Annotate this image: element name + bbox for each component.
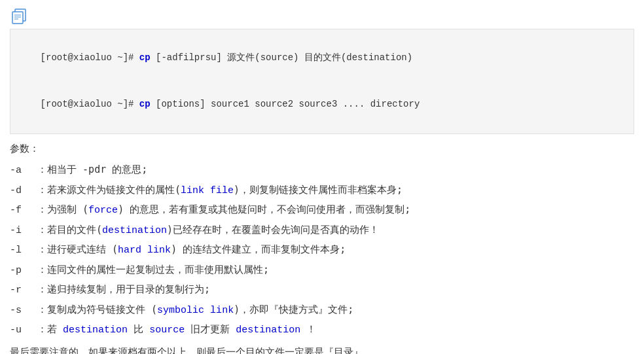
param-key-s: -s: [10, 305, 22, 316]
params-section: -a ：相当于 -pdr 的意思; -d ：若来源文件为链接文件的属性(link…: [10, 160, 634, 340]
code-source-u: source: [149, 325, 185, 336]
param-key-r: -r: [10, 285, 22, 296]
copy-icon-top[interactable]: [10, 7, 28, 25]
param-key-i: -i: [10, 225, 22, 236]
code-link: link file: [181, 185, 234, 196]
param-desc-a: ：相当于 -pdr 的意思;: [27, 164, 147, 175]
cmd-rest-1: [-adfilprsu] 源文件(source) 目的文件(destinatio…: [151, 52, 412, 63]
cmd-1: cp: [139, 52, 151, 63]
code-hardlink: hard link: [118, 245, 171, 256]
cmd-rest-2: [options] source1 source2 source3 .... d…: [151, 99, 420, 109]
param-u: -u ：若 destination 比 source 旧才更新 destinat…: [10, 320, 634, 340]
param-desc-d: ：若来源文件为链接文件的属性(link file)，则复制链接文件属性而非档案本…: [27, 184, 402, 196]
terminal-line-1: [root@xiaoluo ~]# cp [-adfilprsu] 源文件(so…: [18, 35, 626, 81]
code-destination-i: destination: [102, 225, 167, 236]
param-p: -p ：连同文件的属性一起复制过去，而非使用默认属性;: [10, 260, 634, 281]
prompt-2: [root@xiaoluo ~]#: [41, 99, 139, 109]
param-key-u: -u: [10, 325, 22, 336]
param-desc-l: ：进行硬式连结 (hard link) 的连结文件建立，而非复制文件本身;: [27, 243, 346, 255]
param-key-a: -a: [10, 165, 22, 176]
note: 最后需要注意的，如果来源档有两个以上，则最后一个目的文件一定要是『目录』: [10, 343, 634, 354]
param-desc-r: ：递归持续复制，用于目录的复制行为;: [27, 283, 210, 295]
param-key-d: -d: [10, 185, 22, 196]
param-desc-s: ：复制成为符号链接文件 (symbolic link)，亦即『快捷方式』文件;: [27, 304, 353, 315]
param-key-p: -p: [10, 265, 22, 276]
param-desc-u: ：若 destination 比 source 旧才更新 destination…: [27, 323, 316, 335]
param-desc-i: ：若目的文件(destination)已经存在时，在覆盖时会先询问是否真的动作！: [27, 224, 379, 236]
param-d: -d ：若来源文件为链接文件的属性(link file)，则复制链接文件属性而非…: [10, 181, 634, 201]
param-key-l: -l: [10, 245, 22, 256]
param-i: -i ：若目的文件(destination)已经存在时，在覆盖时会先询问是否真的…: [10, 221, 634, 241]
svg-rect-1: [12, 12, 23, 24]
code-symlink: symbolic link: [157, 305, 234, 316]
param-l: -l ：进行硬式连结 (hard link) 的连结文件建立，而非复制文件本身;: [10, 240, 634, 260]
terminal-line-2: [root@xiaoluo ~]# cp [options] source1 s…: [18, 81, 626, 128]
code-destination-u: destination: [63, 325, 128, 336]
terminal-block: [root@xiaoluo ~]# cp [-adfilprsu] 源文件(so…: [10, 29, 634, 134]
param-desc-f: ：为强制 (force) 的意思，若有重复或其他疑问时，不会询问使用者，而强制复…: [27, 204, 410, 215]
param-s: -s ：复制成为符号链接文件 (symbolic link)，亦即『快捷方式』文…: [10, 300, 634, 321]
cmd-2: cp: [139, 99, 151, 109]
param-a: -a ：相当于 -pdr 的意思;: [10, 160, 634, 181]
params-label: 参数：: [10, 139, 634, 158]
code-force: force: [88, 205, 118, 216]
param-desc-p: ：连同文件的属性一起复制过去，而非使用默认属性;: [27, 264, 269, 275]
code-destination-u2: destination: [236, 325, 300, 336]
content-area: 参数： -a ：相当于 -pdr 的意思; -d ：若来源文件为链接文件的属性(…: [10, 139, 634, 354]
prompt-1: [root@xiaoluo ~]#: [41, 52, 139, 63]
param-key-f: -f: [10, 205, 22, 216]
param-f: -f ：为强制 (force) 的意思，若有重复或其他疑问时，不会询问使用者，而…: [10, 200, 634, 221]
param-r: -r ：递归持续复制，用于目录的复制行为;: [10, 280, 634, 300]
